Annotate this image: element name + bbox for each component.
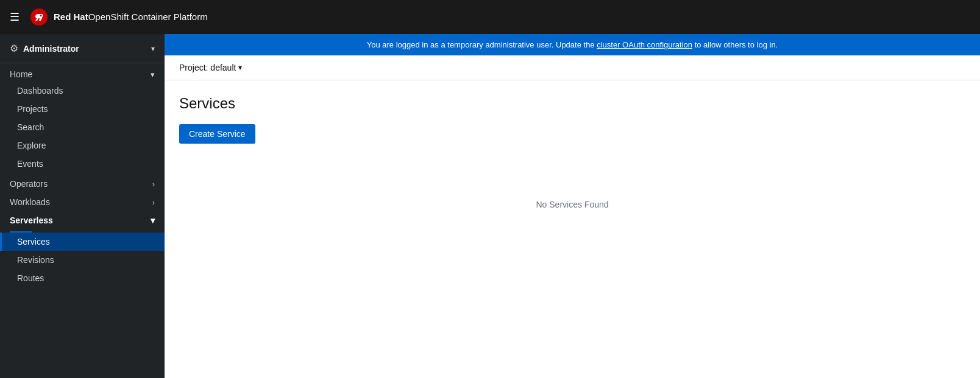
sidebar-item-services[interactable]: Services [0,233,165,251]
sidebar-item-revisions[interactable]: Revisions [0,251,165,269]
brand: Red HatOpenShift Container Platform [29,7,208,27]
alert-banner: You are logged in as a temporary adminis… [165,34,980,55]
admin-label: Administrator [23,44,79,54]
project-label: Project: default [179,63,236,72]
sidebar-section-serverless[interactable]: Serverless ▾ [0,209,165,231]
operators-chevron-icon: › [152,180,155,189]
empty-state: No Services Found [179,144,965,265]
page-title: Services [179,95,965,112]
project-bar: Project: default ▾ [165,55,980,80]
create-service-button[interactable]: Create Service [179,124,255,144]
svg-point-1 [40,15,42,16]
sidebar-item-search[interactable]: Search [0,118,165,136]
sidebar-section-workloads[interactable]: Workloads › [0,191,165,209]
sidebar-item-projects[interactable]: Projects [0,100,165,118]
admin-chevron-icon: ▾ [151,44,155,53]
content-area: You are logged in as a temporary adminis… [165,34,980,378]
page-content: Services Create Service No Services Foun… [165,80,980,378]
topbar: ☰ Red HatOpenShift Container Platform [0,0,980,34]
project-selector[interactable]: Project: default ▾ [179,63,242,72]
empty-state-text: No Services Found [536,200,608,209]
sidebar-item-explore[interactable]: Explore [0,136,165,155]
admin-switcher[interactable]: ⚙ Administrator ▾ [0,34,165,63]
sidebar-section-operators[interactable]: Operators › [0,173,165,191]
cog-icon: ⚙ [10,43,18,54]
sidebar-item-events[interactable]: Events [0,155,165,173]
hamburger-menu[interactable]: ☰ [10,10,20,24]
project-dropdown-icon: ▾ [238,63,242,72]
brand-text: Red HatOpenShift Container Platform [54,12,208,23]
home-chevron-icon: ▾ [151,70,155,79]
sidebar: ⚙ Administrator ▾ Home ▾ Dashboards Proj… [0,34,165,378]
oauth-config-link[interactable]: cluster OAuth configuration [597,40,692,49]
sidebar-section-home[interactable]: Home ▾ [0,63,165,82]
sidebar-item-dashboards[interactable]: Dashboards [0,82,165,100]
redhat-logo-icon [29,7,49,27]
sidebar-item-routes[interactable]: Routes [0,269,165,287]
workloads-chevron-icon: › [152,198,155,207]
serverless-chevron-icon: ▾ [151,215,155,225]
